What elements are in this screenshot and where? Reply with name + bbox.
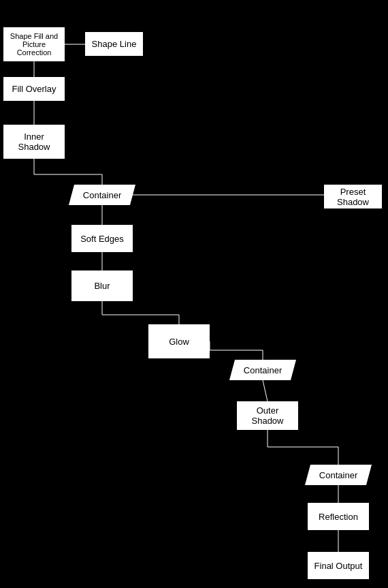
fill-overlay-node: Fill Overlay	[3, 77, 65, 101]
reflection-node: Reflection	[308, 503, 369, 530]
container2-node: Container	[229, 360, 296, 380]
outer-shadow-node: Outer Shadow	[237, 401, 298, 430]
container3-node: Container	[305, 465, 372, 485]
blur-node: Blur	[71, 270, 133, 301]
soft-edges-node: Soft Edges	[71, 225, 133, 252]
container1-node: Container	[69, 185, 135, 205]
svg-line-5	[263, 380, 268, 401]
inner-shadow-node: Inner Shadow	[3, 125, 65, 159]
glow-node: Glow	[148, 324, 210, 358]
final-output-node: Final Output	[308, 552, 369, 579]
shape-fill-node: Shape Fill and Picture Correction	[3, 27, 65, 61]
preset-shadow-node: Preset Shadow	[324, 185, 382, 208]
shape-line-node: Shape Line	[85, 32, 143, 56]
